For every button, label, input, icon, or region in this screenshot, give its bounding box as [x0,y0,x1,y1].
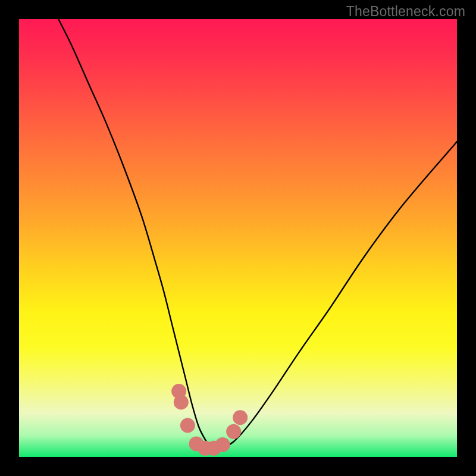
chart-frame: TheBottleneck.com [0,0,476,476]
curve-svg [19,19,457,457]
curve-marker [233,410,248,425]
curve-marker [180,418,195,433]
watermark-text: TheBottleneck.com [346,4,465,20]
curve-marker [174,394,189,409]
curve-marker [226,424,241,439]
plot-area [19,19,457,457]
curve-marker [215,437,230,452]
bottleneck-curve [58,19,457,449]
marker-group [171,384,248,456]
